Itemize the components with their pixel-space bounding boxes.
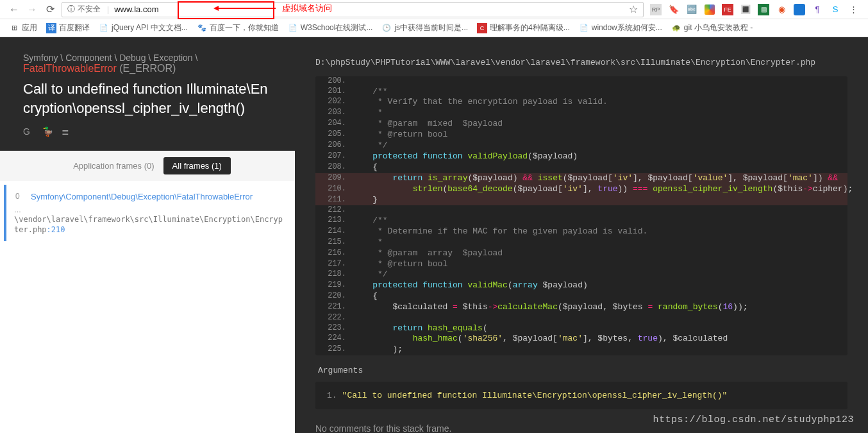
forward-button[interactable]: →: [23, 1, 41, 19]
bm-icon: 📄: [99, 23, 109, 33]
bm-icon: C: [477, 23, 487, 33]
code-panel: D:\phpStudy\PHPTutorial\WWW\laravel\vend…: [295, 37, 868, 433]
bm-icon: 🐾: [197, 23, 207, 33]
ext-icon-5[interactable]: FE: [722, 4, 733, 15]
bookmark-item[interactable]: 🕒js中获得当前时间是...: [378, 21, 472, 35]
bookmark-item[interactable]: 📄window系统如何安...: [575, 21, 666, 35]
ext-icon-6[interactable]: 🔳: [740, 4, 751, 15]
bookmark-item[interactable]: 📄W3School在线测试...: [284, 21, 377, 35]
url-text: www.la.com: [114, 4, 158, 14]
argument-item: 1."Call to undefined function Illuminate…: [327, 391, 836, 400]
main-content: Symfony \ Component \ Debug \ Exception …: [0, 37, 868, 433]
stack-frame[interactable]: 0 Symfony\Component\Debug\Exception\Fata…: [4, 185, 291, 241]
back-button[interactable]: ←: [5, 1, 23, 19]
ext-icon-9[interactable]: [794, 4, 805, 15]
bookmark-item[interactable]: 译百度翻译: [42, 21, 94, 35]
ext-icon-7[interactable]: ▤: [758, 4, 769, 15]
bookmark-item[interactable]: 📄jQuery API 中文文档...: [95, 21, 192, 35]
apps-icon: ⊞: [9, 23, 19, 33]
frame-dots: …: [14, 206, 283, 214]
arguments-box: 1."Call to undefined function Illuminate…: [315, 382, 847, 409]
security-indicator[interactable]: ⓘ 不安全|: [62, 4, 114, 15]
bookmark-item[interactable]: 🐾百度一下，你就知道: [193, 21, 283, 35]
bm-icon: 📄: [579, 23, 589, 33]
code-block: 200. 201. /** 202. * Verify that the enc…: [315, 76, 847, 355]
menu-icon[interactable]: ⋮: [847, 4, 859, 15]
ext-icon-8[interactable]: ◉: [776, 4, 787, 15]
bm-icon: 🕒: [381, 23, 392, 33]
bm-icon: 译: [46, 23, 56, 33]
ext-icon-3[interactable]: 🔤: [686, 4, 697, 15]
stack-icon[interactable]: ≣: [62, 126, 73, 138]
reload-button[interactable]: ⟳: [41, 1, 59, 19]
bm-icon: 📄: [288, 23, 298, 33]
annotation-text: 虚拟域名访问: [282, 3, 332, 14]
tab-app-frames[interactable]: Application frames (0): [64, 157, 163, 174]
browser-toolbar: ← → ⟳ ⓘ 不安全| www.la.com ☆ RP 🔖 🔤 FE 🔳 ▤ …: [0, 0, 868, 19]
exception-class: FatalThrowableError (E_ERROR): [23, 63, 272, 74]
ext-icon-10[interactable]: ¶: [812, 4, 823, 15]
bookmark-bar: ⊞应用 译百度翻译 📄jQuery API 中文文档... 🐾百度一下，你就知道…: [0, 19, 868, 37]
filepath: D:\phpStudy\PHPTutorial\WWW\laravel\vend…: [315, 58, 847, 67]
frame-tabs: Application frames (0) All frames (1): [0, 151, 295, 181]
tab-all-frames[interactable]: All frames (1): [163, 157, 231, 174]
ext-icon-2[interactable]: 🔖: [668, 4, 680, 15]
exception-header: Symfony \ Component \ Debug \ Exception …: [0, 37, 295, 151]
frame-class: Symfony\Component\Debug\Exception\FatalT…: [31, 191, 283, 203]
address-bar[interactable]: ⓘ 不安全| www.la.com ☆: [62, 2, 644, 17]
bookmark-star-icon[interactable]: ☆: [624, 3, 643, 15]
bookmark-item[interactable]: C理解事务的4种隔离级...: [473, 21, 574, 35]
google-icon[interactable]: G: [23, 126, 35, 138]
ext-icon-1[interactable]: RP: [650, 4, 662, 15]
extensions-area: RP 🔖 🔤 FE 🔳 ▤ ◉ ¶ S ⋮: [646, 4, 863, 15]
watermark: https://blog.csdn.net/studyphp123: [653, 414, 854, 425]
actions: G 🦆 ≣: [23, 126, 272, 138]
bm-icon: 🐢: [671, 23, 681, 33]
bookmark-item[interactable]: 🐢git 小乌龟安装教程 -: [667, 21, 756, 35]
apps-button[interactable]: ⊞应用: [5, 21, 41, 35]
frame-number: 0: [15, 192, 20, 201]
duck-icon[interactable]: 🦆: [42, 126, 54, 138]
frame-path: \vendor\laravel\framework\src\Illuminate…: [14, 215, 283, 235]
exception-title: Call to undefined function Illuminate\En…: [23, 80, 272, 117]
exception-namespace: Symfony \ Component \ Debug \ Exception …: [23, 53, 272, 63]
annotation-arrow: [215, 8, 276, 9]
ext-icon-4[interactable]: [704, 4, 715, 15]
url-highlight: [178, 1, 274, 19]
sidebar: Symfony \ Component \ Debug \ Exception …: [0, 37, 295, 433]
arguments-label: Arguments: [318, 366, 845, 375]
ext-icon-11[interactable]: S: [830, 4, 841, 15]
